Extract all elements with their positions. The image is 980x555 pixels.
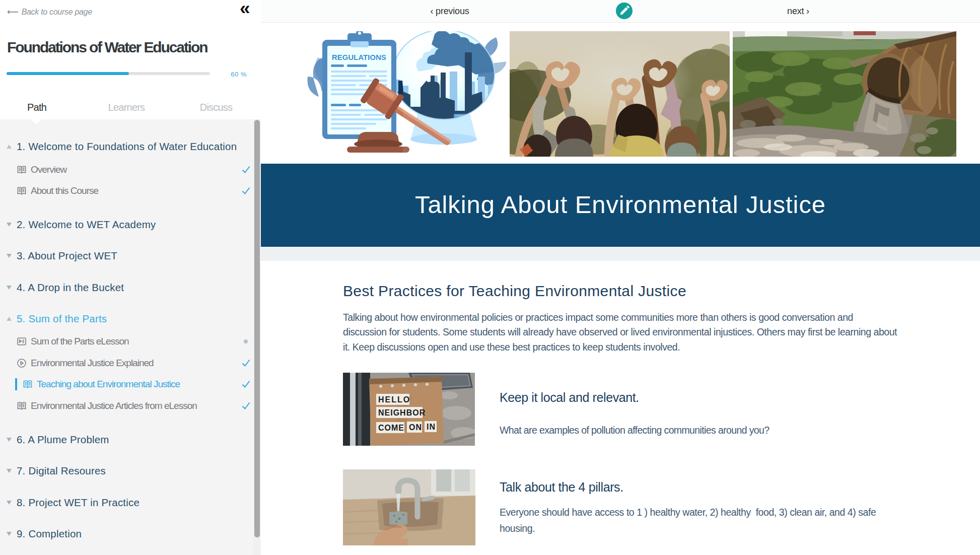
svg-text:NEIGHBOR: NEIGHBOR: [378, 408, 426, 417]
svg-text:REGULATIONS: REGULATIONS: [332, 53, 386, 61]
svg-text:HELLO: HELLO: [378, 395, 410, 404]
svg-text:ON: ON: [409, 423, 422, 432]
svg-text:COME: COME: [378, 424, 404, 432]
svg-text:IN: IN: [427, 423, 436, 431]
